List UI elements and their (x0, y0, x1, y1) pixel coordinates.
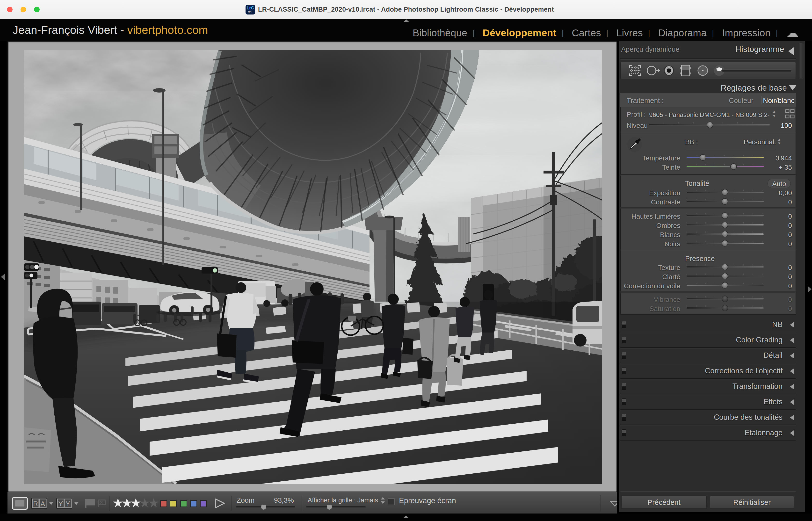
svg-text:★: ★ (148, 496, 159, 510)
svg-text:93,3%: 93,3% (274, 496, 294, 504)
svg-text:Jamais: Jamais (357, 497, 378, 504)
svg-text:A: A (41, 500, 45, 507)
svg-text:Afficher la grille :: Afficher la grille : (308, 497, 356, 504)
svg-text:Zoom: Zoom (236, 496, 254, 504)
svg-text:Y: Y (59, 500, 63, 507)
svg-text:Epreuvage écran: Epreuvage écran (399, 496, 456, 505)
svg-text:Y: Y (66, 500, 70, 507)
svg-text:R: R (33, 500, 38, 507)
